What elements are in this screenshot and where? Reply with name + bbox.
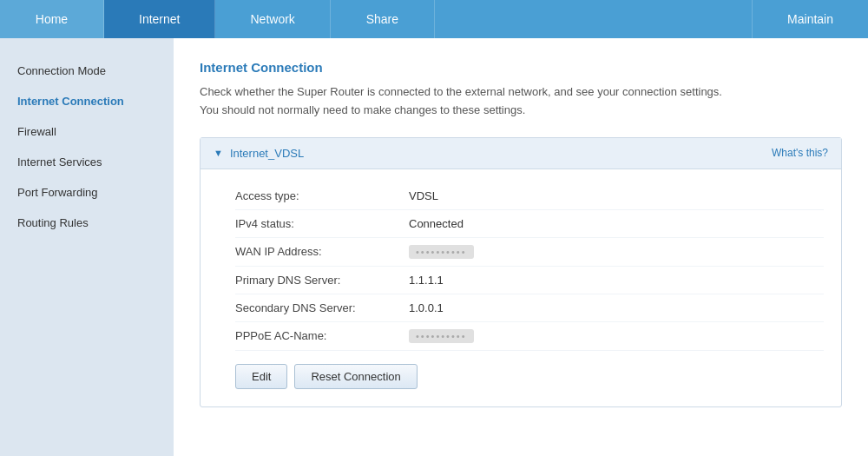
- label-pppoe-ac-name: PPPoE AC-Name:: [235, 329, 409, 342]
- sidebar-item-internet-connection[interactable]: Internet Connection: [0, 86, 174, 116]
- sidebar-item-port-forwarding[interactable]: Port Forwarding: [0, 177, 174, 208]
- nav-tab-internet[interactable]: Internet: [104, 0, 215, 38]
- sidebar: Connection Mode Internet Connection Fire…: [0, 38, 174, 456]
- nav-tab-maintain[interactable]: Maintain: [752, 0, 868, 38]
- connection-section: ▼ Internet_VDSL What's this? Access type…: [200, 137, 842, 407]
- value-access-type: VDSL: [409, 189, 438, 202]
- page-title: Internet Connection: [200, 60, 842, 75]
- main-layout: Connection Mode Internet Connection Fire…: [0, 38, 868, 456]
- description-line2: You should not normally need to make cha…: [200, 102, 842, 120]
- action-buttons: Edit Reset Connection: [235, 364, 824, 389]
- connection-header: ▼ Internet_VDSL What's this?: [201, 138, 841, 169]
- field-ipv4-status: IPv4 status: Connected: [235, 210, 824, 238]
- value-secondary-dns: 1.0.0.1: [409, 301, 444, 314]
- label-access-type: Access type:: [235, 189, 409, 202]
- field-access-type: Access type: VDSL: [235, 182, 824, 210]
- sidebar-item-internet-services[interactable]: Internet Services: [0, 147, 174, 177]
- reset-connection-button[interactable]: Reset Connection: [294, 364, 417, 389]
- sidebar-item-firewall[interactable]: Firewall: [0, 116, 174, 147]
- value-wan-ip: ••••••••••: [409, 245, 474, 259]
- connection-name: Internet_VDSL: [230, 147, 304, 160]
- description-line1: Check whether the Super Router is connec…: [200, 83, 842, 102]
- value-pppoe-ac-name: ••••••••••: [409, 329, 474, 343]
- main-content: Internet Connection Check whether the Su…: [174, 38, 868, 456]
- label-primary-dns: Primary DNS Server:: [235, 274, 409, 287]
- label-ipv4-status: IPv4 status:: [235, 217, 409, 230]
- chevron-down-icon: ▼: [214, 148, 223, 158]
- field-pppoe-ac-name: PPPoE AC-Name: ••••••••••: [235, 322, 824, 351]
- connection-body: Access type: VDSL IPv4 status: Connected…: [201, 169, 841, 406]
- nav-tab-share[interactable]: Share: [331, 0, 435, 38]
- field-wan-ip: WAN IP Address: ••••••••••: [235, 238, 824, 267]
- sidebar-item-connection-mode[interactable]: Connection Mode: [0, 56, 174, 86]
- label-secondary-dns: Secondary DNS Server:: [235, 301, 409, 314]
- whats-this-link[interactable]: What's this?: [772, 147, 828, 159]
- field-secondary-dns: Secondary DNS Server: 1.0.0.1: [235, 294, 824, 322]
- page-description: Check whether the Super Router is connec…: [200, 83, 842, 120]
- edit-button[interactable]: Edit: [235, 364, 287, 389]
- nav-tab-network[interactable]: Network: [215, 0, 330, 38]
- top-navigation: Home Internet Network Share Maintain: [0, 0, 868, 38]
- field-primary-dns: Primary DNS Server: 1.1.1.1: [235, 267, 824, 294]
- sidebar-item-routing-rules[interactable]: Routing Rules: [0, 208, 174, 238]
- value-primary-dns: 1.1.1.1: [409, 274, 444, 287]
- label-wan-ip: WAN IP Address:: [235, 245, 409, 258]
- value-ipv4-status: Connected: [409, 217, 464, 230]
- nav-tab-home[interactable]: Home: [0, 0, 104, 38]
